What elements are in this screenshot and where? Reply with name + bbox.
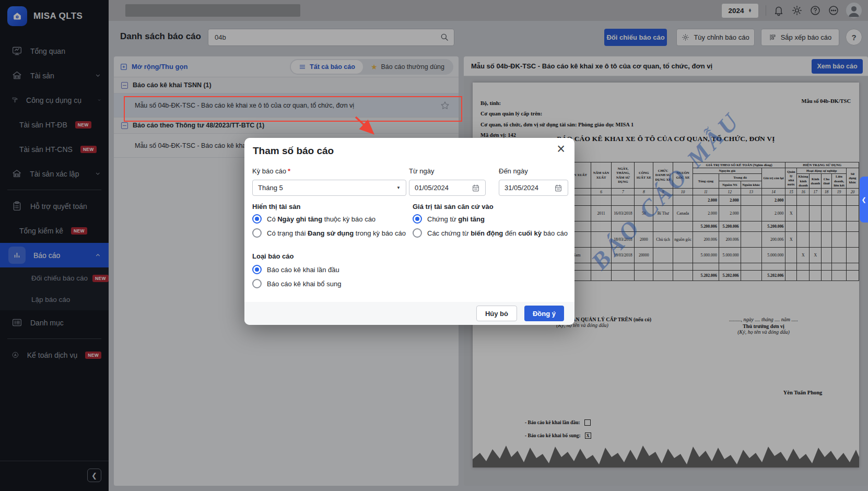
radio-chung-tu-bien-dong[interactable]: Các chứng từ biến động đến cuối kỳ báo c…	[413, 228, 568, 238]
from-date-label: Từ ngày	[409, 167, 434, 175]
chevron-left-icon: ❮	[861, 196, 866, 203]
period-select[interactable]: Tháng 5 ▼	[252, 180, 406, 196]
radio-ngay-ghi-tang[interactable]: Có Ngày ghi tăng thuộc kỳ báo cáo	[252, 214, 376, 224]
panel-expand-tab[interactable]: ❮	[860, 177, 868, 223]
report-params-modal: Tham số báo cáo × Kỳ báo cáo* Từ ngày Đế…	[244, 138, 574, 325]
value-basis-label: Giá trị tài sản căn cứ vào	[413, 203, 494, 211]
radio-icon[interactable]	[413, 214, 422, 224]
to-date-label: Đến ngày	[499, 167, 528, 175]
ok-button[interactable]: Đồng ý	[524, 306, 564, 321]
display-assets-label: Hiển thị tài sản	[252, 203, 300, 211]
radio-chung-tu-ghi-tang[interactable]: Chứng từ ghi tăng	[413, 214, 485, 224]
close-icon[interactable]: ×	[557, 142, 565, 156]
period-value: Tháng 5	[258, 184, 283, 192]
modal-title: Tham số báo cáo	[253, 145, 334, 157]
radio-ke-khai-lan-dau[interactable]: Báo cáo kê khai lần đầu	[252, 265, 339, 274]
radio-ke-khai-bo-sung[interactable]: Báo cáo kê khai bổ sung	[252, 279, 341, 288]
app-window: MISA QLTS Tổng quan Tài sản Công cụ dụng…	[0, 0, 868, 491]
radio-dang-su-dung[interactable]: Có trạng thái Đang sử dụng trong kỳ báo …	[252, 228, 406, 238]
from-date-value: 01/05/2024	[415, 184, 449, 192]
to-date-value: 31/05/2024	[505, 184, 538, 192]
radio-icon[interactable]	[252, 265, 262, 274]
cancel-button[interactable]: Hủy bỏ	[476, 306, 517, 321]
calendar-icon[interactable]	[472, 184, 480, 192]
required-asterisk: *	[288, 167, 290, 175]
from-date-input[interactable]: 01/05/2024	[409, 180, 486, 196]
radio-icon[interactable]	[252, 214, 262, 224]
period-label: Kỳ báo cáo*	[252, 167, 290, 175]
modal-footer: Hủy bỏ Đồng ý	[244, 302, 574, 325]
calendar-icon[interactable]	[554, 184, 562, 192]
select-caret-icon: ▼	[396, 185, 401, 190]
to-date-input[interactable]: 31/05/2024	[499, 180, 568, 196]
report-type-label: Loại báo cáo	[252, 252, 294, 260]
radio-icon[interactable]	[252, 279, 262, 288]
radio-icon[interactable]	[413, 228, 422, 238]
radio-icon[interactable]	[252, 228, 262, 238]
